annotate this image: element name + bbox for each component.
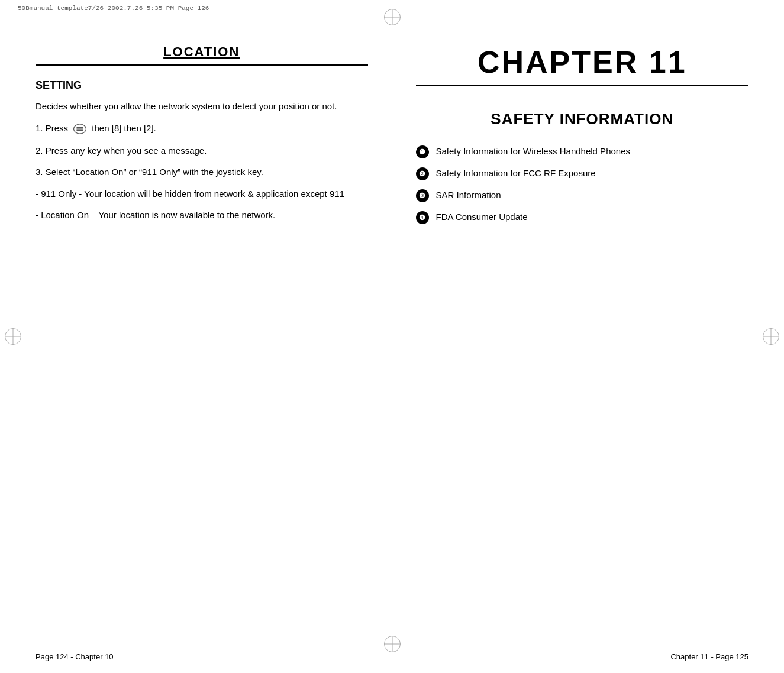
main-content: LOCATION SETTING Decides whether you all… — [0, 0, 784, 646]
left-divider — [36, 64, 368, 66]
left-column: LOCATION SETTING Decides whether you all… — [0, 33, 392, 646]
paragraph-4: 3. Select “Location On” or “911 Only” wi… — [36, 166, 368, 179]
list-bullet-3: ❸ — [416, 189, 429, 202]
paragraph-2: 1. Press then [8] then [2]. — [36, 122, 368, 136]
menu-icon — [73, 122, 87, 136]
safety-list: ❶ Safety Information for Wireless Handhe… — [416, 145, 749, 224]
list-item-text-3: SAR Information — [436, 189, 501, 202]
safety-information-title: SAFETY INFORMATION — [416, 110, 749, 128]
setting-subsection-title: SETTING — [36, 79, 368, 92]
list-item: ❶ Safety Information for Wireless Handhe… — [416, 145, 749, 158]
page-footer: Page 124 - Chapter 10 Chapter 11 - Page … — [0, 646, 784, 673]
list-item-text-1: Safety Information for Wireless Handheld… — [436, 145, 631, 158]
paragraph-1: Decides whether you allow the network sy… — [36, 100, 368, 114]
list-bullet-4: ❹ — [416, 211, 429, 224]
list-item: ❹ FDA Consumer Update — [416, 211, 749, 224]
paragraph-5: - 911 Only - Your location will be hidde… — [36, 187, 368, 201]
list-bullet-1: ❶ — [416, 145, 429, 158]
list-bullet-2: ❷ — [416, 167, 429, 180]
right-column: CHAPTER 11 SAFETY INFORMATION ❶ Safety I… — [392, 33, 785, 646]
list-item-text-2: Safety Information for FCC RF Exposure — [436, 167, 596, 180]
right-divider — [416, 85, 749, 86]
page-container: LOCATION SETTING Decides whether you all… — [0, 0, 784, 673]
list-item: ❷ Safety Information for FCC RF Exposure — [416, 167, 749, 180]
list-item-text-4: FDA Consumer Update — [436, 211, 528, 224]
paragraph-6: - Location On – Your location is now ava… — [36, 209, 368, 222]
chapter-title: CHAPTER 11 — [416, 44, 749, 80]
location-section-title: LOCATION — [36, 44, 368, 60]
footer-right: Chapter 11 - Page 125 — [670, 652, 748, 661]
paragraph-3: 2. Press any key when you see a message. — [36, 144, 368, 158]
footer-left: Page 124 - Chapter 10 — [36, 652, 114, 661]
list-item: ❸ SAR Information — [416, 189, 749, 202]
